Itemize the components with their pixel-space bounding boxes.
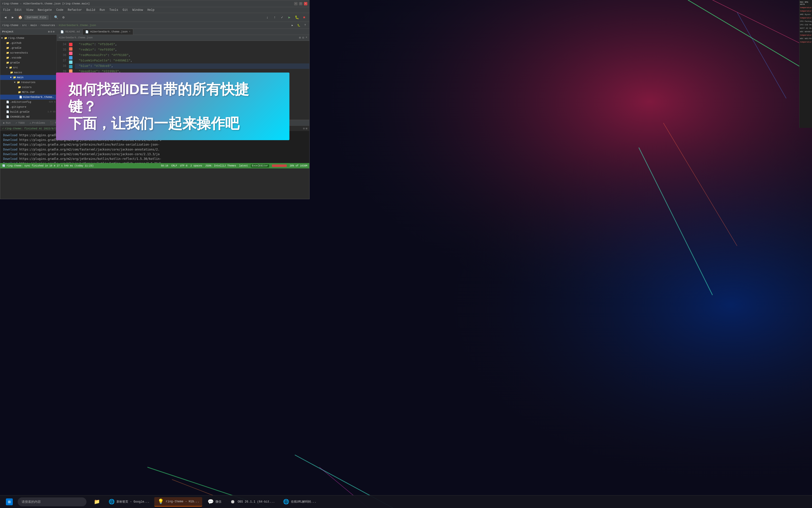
sysinfo-item-6: CPU CCD M# xyxy=(800,23,812,27)
download-line-7: Download https://plugins.gradle.org/m2/o… xyxy=(3,161,306,163)
tab-readme[interactable]: 📄 README.md xyxy=(58,29,83,35)
editor-toolbar: HiberbeeDark.theme.json ⊞ ⊟ × xyxy=(57,35,309,41)
taskbar-ide[interactable]: 💡 ring-theme - Hib... xyxy=(154,497,202,507)
nav-ring-theme[interactable]: ring-theme xyxy=(2,24,18,27)
taskbar-wechat[interactable]: 💬 微信 xyxy=(204,498,224,506)
download-keyword-1: Download xyxy=(3,133,17,138)
collapse-icon[interactable]: ⊟ xyxy=(302,36,304,40)
menu-build[interactable]: Build xyxy=(84,8,97,12)
menu-file[interactable]: File xyxy=(1,8,12,12)
download-keyword-3: Download xyxy=(3,142,17,147)
tree-meta-inf[interactable]: 📁 META-INF xyxy=(0,90,56,95)
menu-refactor[interactable]: Refactor xyxy=(66,8,84,12)
git-commit-button[interactable]: ✓ xyxy=(279,14,285,20)
hiberbee-tab-icon: 📄 xyxy=(85,30,89,34)
close-editor-icon[interactable]: × xyxy=(306,36,307,40)
ide-icon: 💡 xyxy=(157,498,164,505)
project-tree: ▼ 📁 ring-theme 📁 .github 📁 .gradle 📁 sc xyxy=(0,35,56,120)
tree-gitignore[interactable]: 📄 .gitignore xyxy=(0,104,56,110)
tree-editorconfig[interactable]: 📄 .editorconfig 929 b xyxy=(0,99,56,104)
ide-status-bar: 🔄 ring-theme: sync finished in 10 m 27 s… xyxy=(0,163,309,168)
browser-1-label: 新标签页 - Google... xyxy=(116,500,149,504)
run-tab[interactable]: ▶ Run xyxy=(1,121,12,125)
menu-tools[interactable]: Tools xyxy=(107,8,120,12)
tree-resources[interactable]: ▼ 📁 resources xyxy=(0,80,56,85)
collapse-all-icon[interactable]: ⊟ xyxy=(51,30,52,33)
todo-tab[interactable]: ✓ TODO xyxy=(13,121,27,125)
stop-button[interactable]: ■ xyxy=(301,14,307,20)
tree-ring-theme[interactable]: ▼ 📁 ring-theme xyxy=(0,36,56,41)
tree-colors[interactable]: 📁 colors xyxy=(0,85,56,90)
forward-button[interactable]: ▶ xyxy=(10,14,16,20)
taskbar-url-decoder[interactable]: 🌐 在线URL解码转... xyxy=(280,498,319,506)
tree-gradle-dir[interactable]: 📁 .gradle xyxy=(0,45,56,50)
debug-button[interactable]: 🐛 xyxy=(294,14,300,20)
tree-screenshots[interactable]: 📁 screenshots xyxy=(0,50,56,55)
menu-window[interactable]: Window xyxy=(131,8,145,12)
maximize-button[interactable]: □ xyxy=(299,2,302,5)
encoding: UTF-8 xyxy=(180,165,187,167)
project-panel: Project ⊞ ⊟ ⚙ ▼ 📁 ring-theme 📁 .github xyxy=(0,29,57,120)
menu-git[interactable]: Git xyxy=(121,8,130,12)
menu-view[interactable]: View xyxy=(24,8,35,12)
git-update-button[interactable]: ↓ xyxy=(264,14,271,20)
system-monitor: MSI MPG X570 temperature # temperature #… xyxy=(799,0,812,128)
download-line-5: Download https://plugins.gradle.org/m2/c… xyxy=(3,152,306,157)
tree-vscode[interactable]: 📁 .vscode xyxy=(0,55,56,60)
expand-icon[interactable]: ⊞ xyxy=(299,36,301,40)
run-button[interactable]: ▶ xyxy=(286,14,293,20)
tree-main[interactable]: ▼ 📁 main xyxy=(0,75,56,80)
toolbar-sep-1 xyxy=(51,15,51,20)
tree-github[interactable]: 📁 .github xyxy=(0,41,56,45)
taskbar-search[interactable]: 请搜索的内容 xyxy=(18,498,87,506)
nav-resources[interactable]: resources xyxy=(41,24,55,27)
git-sync-status: 🔄 ring-theme: sync finished in 10 m 27 s… xyxy=(2,164,94,167)
tree-macos[interactable]: 📁 macos xyxy=(0,70,56,75)
download-line-6: Download https://plugins.gradle.org/m2/o… xyxy=(3,157,306,161)
run-config-button[interactable]: ▶ xyxy=(290,23,295,28)
nav-src[interactable]: src xyxy=(22,24,27,27)
expand-all-icon[interactable]: ⊞ xyxy=(48,30,50,33)
nav-main[interactable]: main xyxy=(31,24,37,27)
menu-help[interactable]: Help xyxy=(145,8,156,12)
taskbar-file-explorer[interactable]: 📁 xyxy=(90,498,103,506)
branch-status: latest xyxy=(239,165,248,167)
home-button[interactable]: 🏠 xyxy=(17,14,23,20)
settings-button[interactable]: ⚙ xyxy=(60,14,66,20)
tree-ring-theme-label: ring-theme xyxy=(8,37,24,40)
settings-icon[interactable]: ⚙ xyxy=(53,30,54,33)
debug-config-button[interactable]: 🐛 xyxy=(296,23,301,28)
back-button[interactable]: ◀ xyxy=(2,14,9,20)
branch-selector[interactable]: Current File xyxy=(24,15,49,20)
nav-file[interactable]: HiberbeeDark.theme.json xyxy=(59,24,96,27)
minimize-button[interactable]: − xyxy=(294,2,297,5)
terminal-expand-icon[interactable]: ⊞ xyxy=(306,127,307,130)
wechat-icon: 💬 xyxy=(207,498,214,505)
tree-build-gradle[interactable]: 📄 build.gradle 1.0 kb xyxy=(0,110,56,114)
coverage-button[interactable]: ? xyxy=(303,23,307,28)
taskbar-browser-1[interactable]: 🌐 新标签页 - Google... xyxy=(105,498,152,506)
folder-icon: ▼ 📁 xyxy=(1,37,7,40)
tree-src[interactable]: ▼ 📁 src xyxy=(0,65,56,70)
menu-edit[interactable]: Edit xyxy=(13,8,24,12)
menu-run[interactable]: Run xyxy=(98,8,107,12)
sync-check-icon: ✓ xyxy=(2,127,4,130)
git-push-button[interactable]: ↑ xyxy=(272,14,278,20)
problems-tab[interactable]: ⚠ Problems xyxy=(28,121,47,125)
menu-code[interactable]: Code xyxy=(54,8,65,12)
tree-changelog[interactable]: 📄 CHANGELOG.md xyxy=(0,114,56,119)
close-button[interactable]: × xyxy=(304,2,307,5)
search-placeholder: 请搜索的内容 xyxy=(21,500,41,504)
url-decoder-label: 在线URL解码转... xyxy=(291,500,316,504)
tree-hiberbee-file[interactable]: 📄 HiberbeeDark.theme.json xyxy=(0,95,56,99)
code-line-34: "redMac" : "#fb3b45" , xyxy=(75,42,309,47)
menu-navigate[interactable]: Navigate xyxy=(36,8,54,12)
taskbar-obs[interactable]: ⏺ OBS 26.1.1 (64-bit... xyxy=(226,498,278,506)
project-header: Project ⊞ ⊟ ⚙ xyxy=(0,29,56,35)
start-button[interactable]: ⊞ xyxy=(3,498,16,506)
tree-gradle[interactable]: 📁 gradle xyxy=(0,60,56,65)
search-everywhere-button[interactable]: 🔍 xyxy=(53,14,59,20)
close-tab-icon[interactable]: × xyxy=(129,31,130,33)
tab-hiberbee[interactable]: 📄 HiberbeeDark.theme.json × xyxy=(83,29,133,35)
terminal-minimize-icon[interactable]: ⊟ xyxy=(303,127,305,130)
